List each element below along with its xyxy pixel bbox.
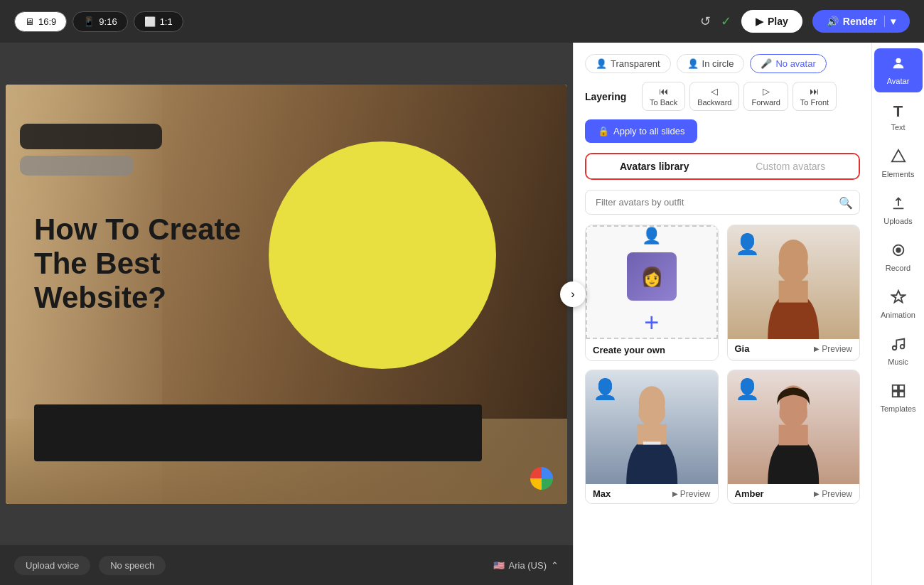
amber-preview-arrow-icon: ▶ — [814, 490, 820, 498]
right-sidebar: Avatar T Text Elements Uploads Record — [871, 43, 924, 585]
svg-point-7 — [896, 58, 901, 63]
no-avatar-btn[interactable]: 🎤 No avatar — [750, 54, 826, 73]
create-thumb: 👩 — [627, 252, 677, 301]
aspect-9-16-btn[interactable]: 📱 9:16 — [72, 11, 127, 32]
to-front-icon: ⏭ — [810, 86, 819, 97]
avatar-search-input[interactable] — [585, 190, 860, 215]
gia-preview-btn[interactable]: ▶ Preview — [814, 344, 852, 354]
aspect-1-1-btn[interactable]: ⬜ 1:1 — [134, 11, 183, 32]
tab-avatars-library[interactable]: Avatars library — [586, 154, 723, 178]
search-row: 🔍 — [585, 190, 860, 215]
bottom-bar: Upload voice No speech 🇺🇸 Aria (US) ⌃ — [0, 545, 573, 585]
layer-buttons: ⏮ To Back ◁ Backward ▷ Forward ⏭ To Fron… — [642, 82, 837, 111]
gia-card-image: 👤 — [728, 225, 860, 339]
right-panel: 👤 Transparent 👤 In circle 🎤 No avatar La… — [573, 43, 871, 585]
sidebar-item-elements[interactable]: Elements — [874, 141, 923, 186]
max-placeholder-icon: 👤 — [593, 377, 618, 401]
sidebar-item-text[interactable]: T Text — [874, 95, 923, 139]
backward-btn[interactable]: ◁ Backward — [689, 82, 739, 111]
svg-point-11 — [892, 346, 896, 350]
next-slide-btn[interactable]: › — [560, 281, 586, 307]
layering-row: Layering ⏮ To Back ◁ Backward ▷ Forward — [585, 82, 860, 111]
avatar-grid: 👤 👩 + Create your own — [585, 225, 860, 504]
sidebar-item-uploads[interactable]: Uploads — [874, 188, 923, 232]
gia-name: Gia — [735, 343, 750, 354]
gia-card[interactable]: 👤 Gia ▶ Preview — [727, 225, 861, 361]
language-selector[interactable]: 🇺🇸 Aria (US) ⌃ — [493, 560, 559, 571]
tab-custom-avatars[interactable]: Custom avatars — [723, 154, 859, 178]
max-card-image: 👤 — [586, 370, 718, 484]
forward-btn[interactable]: ▷ Forward — [743, 82, 788, 111]
max-preview-btn[interactable]: ▶ Preview — [672, 489, 711, 499]
svg-rect-3 — [637, 424, 666, 445]
backward-icon: ◁ — [711, 86, 718, 97]
check-btn[interactable]: ✓ — [721, 14, 731, 29]
svg-marker-8 — [891, 150, 904, 162]
create-card-image: 👤 👩 + — [586, 225, 718, 339]
svg-rect-16 — [898, 392, 903, 397]
amber-preview-btn[interactable]: ▶ Preview — [814, 489, 852, 499]
blur-bar-2 — [20, 156, 134, 176]
no-speech-btn[interactable]: No speech — [99, 556, 166, 575]
svg-rect-1 — [779, 281, 808, 303]
apply-all-btn[interactable]: 🔒 Apply to all slides — [585, 119, 697, 143]
render-btn[interactable]: 🔊 Render ▾ — [812, 10, 910, 33]
max-card-footer: Max ▶ Preview — [586, 484, 718, 503]
speaker-icon: 🔊 — [827, 16, 839, 27]
in-circle-btn[interactable]: 👤 In circle — [677, 54, 745, 73]
svg-point-10 — [896, 248, 901, 252]
aspect-ratio-controls: 🖥 16:9 📱 9:16 ⬜ 1:1 — [14, 11, 183, 32]
forward-icon: ▷ — [763, 86, 770, 97]
upload-voice-btn[interactable]: Upload voice — [14, 556, 90, 575]
search-icon: 🔍 — [839, 195, 853, 209]
max-preview-arrow-icon: ▶ — [672, 490, 678, 498]
amber-placeholder-icon: 👤 — [735, 377, 760, 401]
blur-bar-1 — [20, 124, 162, 149]
bottom-bar-inner: Upload voice No speech 🇺🇸 Aria (US) ⌃ — [14, 556, 559, 575]
svg-rect-13 — [892, 385, 897, 390]
transparent-btn[interactable]: 👤 Transparent — [585, 54, 671, 73]
templates-sidebar-icon — [891, 383, 906, 402]
sidebar-item-animation[interactable]: Animation — [874, 282, 923, 326]
black-bar — [34, 404, 482, 461]
svg-rect-4 — [643, 441, 660, 444]
play-btn[interactable]: ▶ Play — [741, 10, 802, 33]
aspect-16-9-btn[interactable]: 🖥 16:9 — [14, 11, 67, 32]
add-plus-icon: + — [644, 308, 659, 338]
record-sidebar-icon — [891, 242, 906, 262]
canvas-wrapper: How To Create The Best Website? › — [0, 43, 573, 545]
svg-rect-14 — [898, 385, 903, 390]
create-thumb-person: 👩 — [640, 266, 663, 288]
sidebar-item-music[interactable]: Music — [874, 329, 923, 373]
create-card-footer: Create your own — [586, 339, 718, 360]
gia-placeholder-icon: 👤 — [735, 232, 760, 256]
to-front-btn[interactable]: ⏭ To Front — [793, 82, 837, 111]
undo-btn[interactable]: ↺ — [700, 14, 711, 29]
main-layout: How To Create The Best Website? › Upload… — [0, 43, 924, 585]
to-back-btn[interactable]: ⏮ To Back — [642, 82, 685, 111]
sidebar-item-templates[interactable]: Templates — [874, 376, 923, 420]
slide-canvas: How To Create The Best Website? — [6, 85, 567, 504]
flag-icon: 🇺🇸 — [493, 560, 505, 571]
monitor-icon: 🖥 — [25, 16, 34, 27]
sidebar-item-record[interactable]: Record — [874, 235, 923, 279]
elements-sidebar-icon — [891, 149, 906, 168]
templates-sidebar-label: Templates — [880, 404, 915, 413]
panel-content: 👤 Transparent 👤 In circle 🎤 No avatar La… — [574, 43, 871, 585]
amber-card[interactable]: 👤 Amber ▶ Preview — [727, 370, 861, 504]
to-back-icon: ⏮ — [659, 86, 668, 97]
text-sidebar-label: Text — [891, 123, 905, 132]
record-sidebar-label: Record — [886, 264, 910, 272]
music-sidebar-label: Music — [888, 358, 908, 366]
create-own-card[interactable]: 👤 👩 + Create your own — [585, 225, 719, 361]
max-card[interactable]: 👤 Max ▶ Preview — [585, 370, 719, 504]
caret-icon: ⌃ — [551, 560, 559, 571]
create-thumb-img: 👩 — [627, 252, 677, 301]
yellow-circle — [269, 141, 496, 369]
avatar-placeholder-icon: 👤 — [642, 227, 661, 245]
elements-sidebar-label: Elements — [882, 170, 915, 178]
uploads-sidebar-icon — [891, 195, 906, 215]
music-sidebar-icon — [891, 336, 906, 355]
avatar-sidebar-label: Avatar — [887, 77, 910, 85]
sidebar-item-avatar[interactable]: Avatar — [874, 48, 923, 92]
